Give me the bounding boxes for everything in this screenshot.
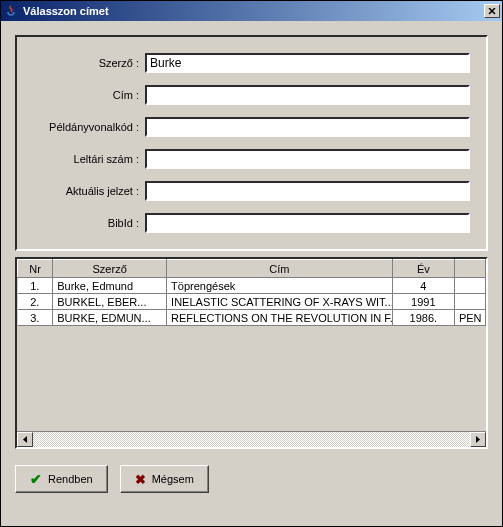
ok-button[interactable]: ✔ Rendben (15, 465, 108, 493)
table-row[interactable]: 1.Burke, EdmundTöprengések4 (18, 278, 486, 294)
szerzo-label: Szerző : (17, 57, 145, 69)
cell-extra (454, 278, 485, 294)
col-header-extra[interactable] (454, 260, 485, 278)
window-title: Válasszon címet (23, 5, 484, 17)
aktualis-input[interactable] (145, 181, 470, 201)
table-row[interactable]: 2.BURKEL, EBER...INELASTIC SCATTERING OF… (18, 294, 486, 310)
col-header-nr[interactable]: Nr (18, 260, 53, 278)
cell-ev: 1991 (392, 294, 454, 310)
dialog-window: Válasszon címet Szerző : Cím : Példányvo… (0, 0, 503, 527)
close-button[interactable] (484, 4, 500, 18)
cancel-button[interactable]: ✖ Mégsem (120, 465, 209, 493)
peldany-label: Példányvonalkód : (17, 121, 145, 133)
horizontal-scrollbar[interactable] (17, 431, 486, 447)
cell-nr: 3. (18, 310, 53, 326)
ok-button-label: Rendben (48, 473, 93, 485)
cell-extra: PEN (454, 310, 485, 326)
cell-ev: 4 (392, 278, 454, 294)
bibid-input[interactable] (145, 213, 470, 233)
scroll-left-button[interactable] (17, 432, 33, 447)
button-row: ✔ Rendben ✖ Mégsem (15, 465, 488, 493)
leltari-label: Leltári szám : (17, 153, 145, 165)
results-table-panel: Nr Szerző Cím Év 1.Burke, EdmundTöprengé… (15, 257, 488, 449)
cim-input[interactable] (145, 85, 470, 105)
scroll-track[interactable] (33, 432, 470, 447)
titlebar: Válasszon címet (1, 1, 502, 21)
cell-szerzo: BURKEL, EBER... (53, 294, 167, 310)
bibid-label: BibId : (17, 217, 145, 229)
col-header-cim[interactable]: Cím (167, 260, 393, 278)
cancel-button-label: Mégsem (152, 473, 194, 485)
cell-cim: REFLECTIONS ON THE REVOLUTION IN F... (167, 310, 393, 326)
szerzo-input[interactable] (145, 53, 470, 73)
cell-cim: Töprengések (167, 278, 393, 294)
cell-nr: 1. (18, 278, 53, 294)
leltari-input[interactable] (145, 149, 470, 169)
java-icon (3, 3, 19, 19)
cell-extra (454, 294, 485, 310)
content-area: Szerző : Cím : Példányvonalkód : Leltári… (1, 21, 502, 526)
x-icon: ✖ (135, 472, 146, 487)
cell-szerzo: BURKE, EDMUN... (53, 310, 167, 326)
search-form: Szerző : Cím : Példányvonalkód : Leltári… (15, 35, 488, 251)
results-table: Nr Szerző Cím Év 1.Burke, EdmundTöprengé… (17, 259, 486, 326)
cim-label: Cím : (17, 89, 145, 101)
cell-nr: 2. (18, 294, 53, 310)
table-row[interactable]: 3.BURKE, EDMUN...REFLECTIONS ON THE REVO… (18, 310, 486, 326)
cell-szerzo: Burke, Edmund (53, 278, 167, 294)
col-header-ev[interactable]: Év (392, 260, 454, 278)
check-icon: ✔ (30, 471, 42, 487)
cell-cim: INELASTIC SCATTERING OF X-RAYS WIT... (167, 294, 393, 310)
col-header-szerzo[interactable]: Szerző (53, 260, 167, 278)
scroll-right-button[interactable] (470, 432, 486, 447)
cell-ev: 1986. (392, 310, 454, 326)
peldany-input[interactable] (145, 117, 470, 137)
aktualis-label: Aktuális jelzet : (17, 185, 145, 197)
